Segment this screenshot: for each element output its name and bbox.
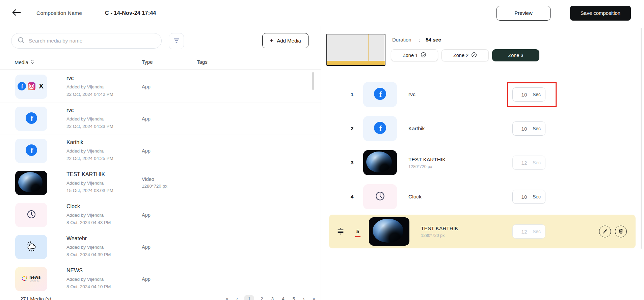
news-logo: news.com.au <box>22 275 41 283</box>
media-type: App <box>142 83 151 90</box>
media-list-row[interactable]: Weatehr Added by Vijendra 8 Oct, 2024 04… <box>0 231 321 263</box>
facebook-icon: f <box>26 112 37 125</box>
zone-label: Zone 2 <box>453 53 468 58</box>
composition-row-list: 1 f rvc Sec <box>329 78 636 250</box>
media-library-panel: + Add Media Media Type Tags f <box>0 26 321 300</box>
facebook-icon: f <box>374 88 386 101</box>
pagination: «‹12345›» <box>224 295 317 300</box>
composition-name-value[interactable]: C - 14-Nov-24 17:44 <box>105 10 156 16</box>
media-list: f X rvc Added by Vijendra 22 Oct, 2024 0… <box>0 71 321 291</box>
column-header-tags: Tags <box>197 59 208 65</box>
row-index: 4 <box>348 194 356 200</box>
preview-button[interactable]: Preview <box>497 6 551 21</box>
row-title: TEST KARTHIK <box>408 157 446 163</box>
media-list-row[interactable]: Clock Added by Vijendra 8 Oct, 2024 04:4… <box>0 199 321 231</box>
media-title: rvc <box>66 75 113 81</box>
pagination-item[interactable]: 2 <box>259 295 265 300</box>
add-media-button[interactable]: + Add Media <box>262 33 308 48</box>
row-index: 5 <box>353 228 362 235</box>
duration-input-box: Sec <box>512 121 545 136</box>
pencil-icon <box>602 228 608 235</box>
check-circle-icon <box>421 52 426 59</box>
weather-cloud-icon <box>25 240 37 254</box>
media-date: 22 Oct, 2024 04:42 PM <box>66 91 113 98</box>
media-date: 8 Oct, 2024 04:43 PM <box>66 219 111 226</box>
duration-unit: Sec <box>533 126 541 131</box>
composition-panel: Duration : 54 sec Zone 1 Zone 2 Zone 3 1… <box>321 26 644 300</box>
column-header-media[interactable]: Media <box>15 59 34 65</box>
pagination-item[interactable]: 4 <box>280 295 286 300</box>
plus-icon: + <box>270 37 273 44</box>
composition-name-label: Composition Name <box>36 10 82 16</box>
duration-value: 54 sec <box>426 37 441 43</box>
drag-handle[interactable] <box>335 226 346 237</box>
earth-video-frame <box>18 172 43 192</box>
facebook-icon: f <box>374 122 386 135</box>
composition-row[interactable]: 1 f rvc Sec <box>329 78 636 111</box>
app-root: Composition Name C - 14-Nov-24 17:44 Pre… <box>0 0 644 300</box>
save-composition-button[interactable]: Save composition <box>570 6 631 21</box>
row-resolution: 1280*720 px <box>421 233 458 238</box>
zone-tab[interactable]: Zone 2 <box>441 49 489 61</box>
column-header-type: Type <box>142 59 153 65</box>
search-input[interactable] <box>29 38 143 44</box>
zone-tab[interactable]: Zone 1 <box>391 49 438 61</box>
duration-input-box: Sec <box>512 87 545 102</box>
pagination-item[interactable]: 3 <box>270 295 275 300</box>
media-title: rvc <box>66 107 113 113</box>
duration-row: Duration : 54 sec <box>392 37 441 43</box>
row-title: Clock <box>408 194 422 200</box>
drag-reorder-icon <box>336 227 345 237</box>
search-box[interactable] <box>11 33 162 49</box>
composition-scrollbar[interactable] <box>641 28 642 249</box>
media-added-by: Added by Vijendra <box>66 115 113 123</box>
composition-row[interactable]: 5 TEST KARTHIK 1280*720 px Sec <box>329 215 636 248</box>
composition-row[interactable]: 3 TEST KARTHIK 1280*720 px Sec <box>329 146 636 179</box>
svg-text:f: f <box>21 83 23 89</box>
row-title: Karthik <box>408 126 425 132</box>
pagination-item[interactable]: « <box>224 295 230 300</box>
media-type: App <box>142 275 151 283</box>
pagination-item[interactable]: 5 <box>291 295 296 300</box>
pagination-item[interactable]: ‹ <box>235 295 239 300</box>
zone-tabs: Zone 1 Zone 2 Zone 3 <box>391 49 539 61</box>
duration-input[interactable] <box>517 160 531 166</box>
row-index: 1 <box>348 91 356 98</box>
search-icon <box>18 37 25 45</box>
edit-button[interactable] <box>599 226 611 238</box>
pagination-item[interactable]: 1 <box>244 295 254 300</box>
pagination-item[interactable]: › <box>302 295 306 300</box>
media-list-row[interactable]: TEST KARTHIK Added by Vijendra 15 Oct, 2… <box>0 167 321 199</box>
media-list-row[interactable]: f Karthik Added by Vijendra 22 Oct, 2024… <box>0 135 321 167</box>
media-list-footer: 271 Media (s) «‹12345›» <box>0 291 321 300</box>
row-thumbnail: f <box>363 116 397 141</box>
facebook-icon: f <box>18 82 26 92</box>
media-list-row[interactable]: f X rvc Added by Vijendra 22 Oct, 2024 0… <box>0 71 321 103</box>
row-index: 3 <box>348 160 356 166</box>
back-button[interactable] <box>10 7 22 19</box>
media-list-row[interactable]: f rvc Added by Vijendra 22 Oct, 2024 04:… <box>0 103 321 135</box>
svg-text:X: X <box>38 82 43 90</box>
media-list-scrollbar[interactable] <box>312 72 314 90</box>
media-title: Clock <box>66 203 111 210</box>
media-type: App <box>142 211 151 219</box>
composition-row[interactable]: 2 f Karthik Sec <box>329 112 636 145</box>
media-resolution: 1280*720 px <box>142 183 167 190</box>
media-title: NEWS <box>66 268 111 274</box>
facebook-icon: f <box>26 144 37 157</box>
pagination-item[interactable]: » <box>311 295 317 300</box>
media-added-by: Added by Vijendra <box>66 244 111 251</box>
duration-input-box: Sec <box>512 224 545 239</box>
media-type: Video <box>142 175 167 183</box>
duration-input[interactable] <box>517 229 531 235</box>
row-index: 2 <box>348 126 356 132</box>
media-list-row[interactable]: news.com.au NEWS Added by Vijendra 8 Oct… <box>0 263 321 291</box>
duration-input[interactable] <box>517 92 531 98</box>
composition-row[interactable]: 4 Clock Sec <box>329 181 636 213</box>
header-divider <box>0 69 321 70</box>
duration-input[interactable] <box>517 126 531 132</box>
zone-tab[interactable]: Zone 3 <box>492 49 539 61</box>
filter-button[interactable] <box>169 33 184 49</box>
duration-input[interactable] <box>517 194 531 200</box>
delete-button[interactable] <box>615 226 627 238</box>
